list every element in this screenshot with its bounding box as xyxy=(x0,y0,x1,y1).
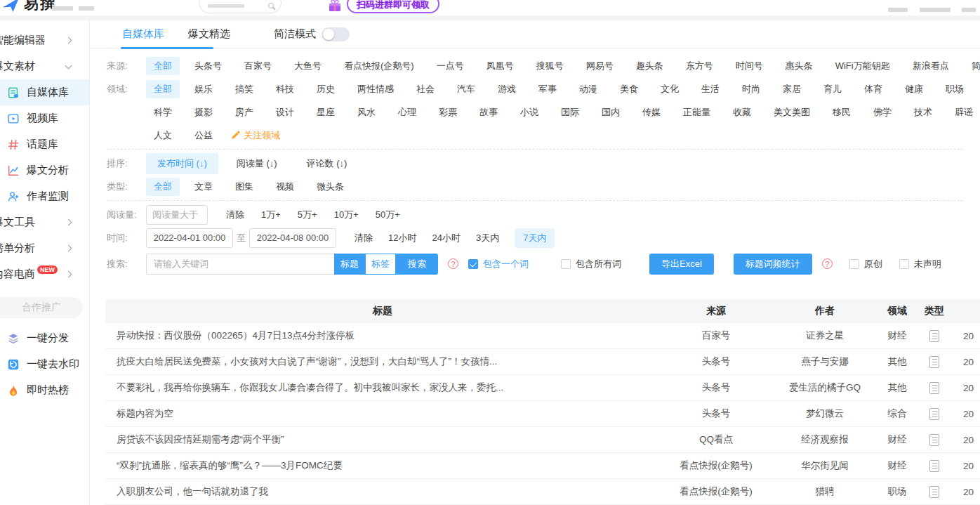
time-preset-link[interactable]: 3天内 xyxy=(476,232,499,244)
simple-mode-toggle[interactable] xyxy=(322,27,350,41)
type-chip[interactable]: 文章 xyxy=(187,178,220,196)
source-chip[interactable]: 搜狐号 xyxy=(529,57,571,75)
field-chip[interactable]: 小说 xyxy=(512,103,546,122)
field-chip[interactable]: 传媒 xyxy=(635,103,668,122)
source-chip[interactable]: 趣头条 xyxy=(628,57,671,75)
export-excel-button[interactable]: 导出Excel xyxy=(649,254,714,275)
sidebar-item-viral-material[interactable]: 爆文素材 xyxy=(0,53,89,79)
sidebar-item-viral-tools[interactable]: 爆文工具 xyxy=(0,209,89,235)
article-title[interactable]: 抗疫大白给居民送免费菜，小女孩对大白说了声“谢谢”，没想到，大白却“骂人了”！女… xyxy=(105,355,660,368)
read-preset-link[interactable]: 1万+ xyxy=(261,209,281,221)
article-title[interactable]: 房贷该不该因疫情延期需考虑“两个平衡” xyxy=(105,433,660,446)
field-chip[interactable]: 职场 xyxy=(938,80,972,98)
sidebar-item-smart-editor[interactable]: 智能编辑器 xyxy=(0,27,89,53)
source-chip[interactable]: 全部 xyxy=(146,57,180,75)
topbar-search-input[interactable] xyxy=(199,0,282,13)
read-preset-link[interactable]: 5万+ xyxy=(298,209,317,221)
source-chip[interactable]: 东方号 xyxy=(678,57,721,75)
field-chip[interactable]: 搞笑 xyxy=(227,80,261,98)
field-chip[interactable]: 文化 xyxy=(653,80,687,98)
table-row[interactable]: 标题内容为空头条号梦幻微云综合20 xyxy=(105,401,980,427)
field-chip[interactable]: 故事 xyxy=(472,103,505,122)
read-count-input[interactable] xyxy=(146,205,208,225)
sidebar-item-topic-library[interactable]: 话题库 xyxy=(0,131,89,157)
source-chip[interactable]: WiFi万能钥匙 xyxy=(828,57,898,75)
sidebar-item-content-ecommerce[interactable]: 内容电商NEW xyxy=(0,261,89,287)
field-chip[interactable]: 国际 xyxy=(553,103,587,122)
field-chip[interactable]: 移民 xyxy=(825,103,859,122)
undeclared-checkbox[interactable] xyxy=(899,259,909,269)
table-row[interactable]: “双刹”抗通胀，缩表真的够“鹰”么？——3月FOMC纪要看点快报(企鹅号)华尔街… xyxy=(105,453,980,479)
search-button[interactable]: 搜索 xyxy=(396,254,438,275)
field-chip[interactable]: 游戏 xyxy=(490,80,524,98)
include-all-checkbox[interactable] xyxy=(561,259,571,269)
read-preset-link[interactable]: 50万+ xyxy=(376,209,400,221)
field-chip[interactable]: 社会 xyxy=(409,80,442,98)
title-mode-button[interactable]: 标题 xyxy=(334,254,365,275)
article-title[interactable]: 入职朋友公司，他一句话就劝退了我 xyxy=(105,485,660,498)
sort-chip[interactable]: 评论数 (↓) xyxy=(296,153,359,174)
article-title[interactable]: 异动快报：西仪股份（002265）4月7日13点4分封涨停板 xyxy=(105,329,660,342)
field-chip[interactable]: 美文美图 xyxy=(766,103,818,122)
tab-viral-selection[interactable]: 爆文精选 xyxy=(188,27,230,41)
field-chip[interactable]: 全部 xyxy=(146,80,180,98)
keyword-input[interactable] xyxy=(146,254,334,275)
table-row[interactable]: 房贷该不该因疫情延期需考虑“两个平衡”QQ看点经济观察报财经20 xyxy=(105,427,980,453)
field-chip[interactable]: 汽车 xyxy=(449,80,483,98)
sidebar-item-author-monitor[interactable]: 作者监测 xyxy=(0,183,89,209)
field-chip[interactable]: 心理 xyxy=(390,103,424,122)
source-chip[interactable]: 一点号 xyxy=(429,57,472,75)
field-chip[interactable]: 摄影 xyxy=(187,103,220,122)
field-chip[interactable]: 动漫 xyxy=(571,80,605,98)
sort-chip[interactable]: 发布时间 (↓) xyxy=(146,153,218,174)
field-chip[interactable]: 风水 xyxy=(350,103,383,122)
type-chip[interactable]: 全部 xyxy=(146,178,180,196)
field-chip[interactable]: 辟谣 xyxy=(947,103,980,122)
sidebar-item-media-library[interactable]: 自媒体库 xyxy=(0,79,89,105)
type-chip[interactable]: 视频 xyxy=(268,178,302,196)
time-to-input[interactable] xyxy=(249,228,336,248)
help-icon[interactable] xyxy=(448,258,458,269)
read-preset-link[interactable]: 清除 xyxy=(226,209,244,221)
source-chip[interactable]: 凤凰号 xyxy=(479,57,522,75)
field-chip[interactable]: 科学 xyxy=(146,103,180,122)
field-chip[interactable]: 正能量 xyxy=(675,103,718,122)
sidebar-item-realtime-hot[interactable]: 即时热榜 xyxy=(0,377,89,403)
field-chip[interactable]: 设计 xyxy=(268,103,302,122)
field-chip[interactable]: 国内 xyxy=(594,103,628,122)
field-chip[interactable]: 人文 xyxy=(146,126,180,145)
field-chip[interactable]: 健康 xyxy=(897,80,931,98)
field-chip[interactable]: 家居 xyxy=(775,80,809,98)
field-chip[interactable]: 彩票 xyxy=(431,103,465,122)
sort-chip[interactable]: 阅读量 (↓) xyxy=(225,153,289,174)
original-checkbox[interactable] xyxy=(849,259,859,269)
read-preset-link[interactable]: 10万+ xyxy=(334,209,359,221)
article-title[interactable]: 标题内容为空 xyxy=(105,407,660,420)
type-chip[interactable]: 微头条 xyxy=(309,178,352,196)
field-chip[interactable]: 佛学 xyxy=(866,103,899,122)
field-chip[interactable]: 体育 xyxy=(856,80,890,98)
field-chip[interactable]: 育儿 xyxy=(816,80,849,98)
field-chip[interactable]: 娱乐 xyxy=(187,80,220,98)
source-chip[interactable]: 百家号 xyxy=(237,57,279,75)
article-title[interactable]: “双刹”抗通胀，缩表真的够“鹰”么？——3月FOMC纪要 xyxy=(105,459,660,472)
time-preset-link[interactable]: 7天内 xyxy=(515,228,555,248)
source-chip[interactable]: 惠头条 xyxy=(778,57,821,75)
source-chip[interactable]: 简书 xyxy=(964,57,980,75)
field-chip[interactable]: 公益 xyxy=(187,126,220,145)
field-chip[interactable]: 科技 xyxy=(268,80,302,98)
type-chip[interactable]: 图集 xyxy=(227,178,261,196)
include-one-checkbox[interactable] xyxy=(468,259,478,269)
table-row[interactable]: 异动快报：西仪股份（002265）4月7日13点4分封涨停板百家号证券之星财经2… xyxy=(105,323,980,349)
source-chip[interactable]: 时间号 xyxy=(728,57,771,75)
time-preset-link[interactable]: 24小时 xyxy=(432,232,460,244)
field-chip[interactable]: 技术 xyxy=(906,103,940,122)
sidebar-item-video-library[interactable]: 视频库 xyxy=(0,105,89,131)
field-chip[interactable]: 军事 xyxy=(531,80,564,98)
field-chip[interactable]: 美食 xyxy=(612,80,646,98)
title-word-frequency-button[interactable]: 标题词频统计 xyxy=(734,254,812,275)
tag-mode-button[interactable]: 标签 xyxy=(365,254,396,275)
article-title[interactable]: 不要彩礼，我再给你换辆车，你跟我女儿凑合凑合得了。初中我被叫家长，家没人来，委托… xyxy=(105,381,660,394)
source-chip[interactable]: 头条号 xyxy=(187,57,230,75)
help-icon-2[interactable] xyxy=(822,258,833,269)
